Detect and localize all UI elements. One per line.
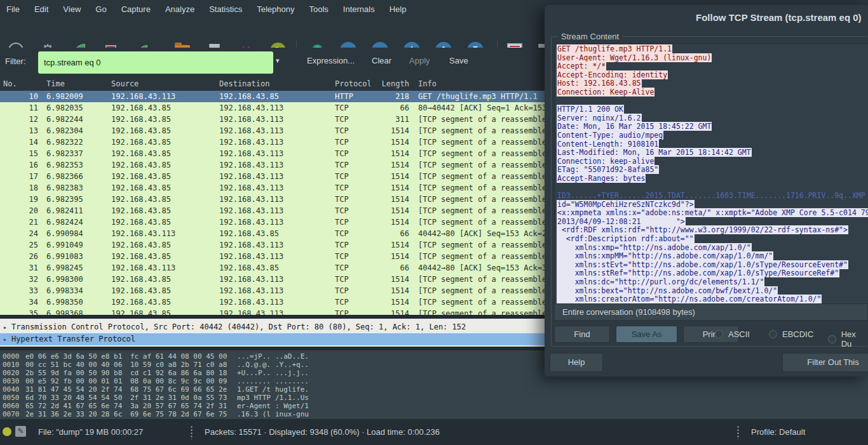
stream-line <box>557 97 868 106</box>
status-file: File: "dump" 19 MB 00:00:27 <box>38 427 143 437</box>
stream-line: xmlns:xmpMM="http://ns.adobe.com/xap/1.0… <box>557 252 868 261</box>
menu-item[interactable]: File <box>6 4 20 14</box>
stream-line: GET /thuglife.mp3 HTTP/1.1 <box>557 45 868 54</box>
stream-line: Date: Mon, 16 Mar 2015 18:45:22 GMT <box>557 123 868 131</box>
stream-line: Accept-Encoding: identity <box>557 71 868 80</box>
stream-line: Content-Type: audio/mpeg <box>557 131 868 140</box>
conversation-select[interactable]: Entire conversation (9108498 bytes) <box>554 303 868 321</box>
stream-line: id="W5M0MpCehiHzreSzNTczkc9d"?> <box>557 201 868 209</box>
stream-line: xmlns:bext="http://ns.adobe.com/bwf/bext… <box>557 287 868 296</box>
column-destination[interactable]: Destination <box>219 77 334 91</box>
status-separator <box>737 425 739 439</box>
stream-line: Last-Modified: Mon, 16 Mar 2015 18:14:42… <box>557 149 868 157</box>
stream-line: Connection: keep-alive <box>557 157 868 166</box>
stream-line: <x:xmpmeta xmlns:x="adobe:ns:meta/" x:xm… <box>557 209 868 218</box>
stream-line: Host: 192.168.43.85 <box>557 79 868 88</box>
status-packets: Packets: 15571 · Displayed: 9348 (60.0%)… <box>205 427 440 437</box>
column-time[interactable]: Time <box>46 77 110 91</box>
column-length[interactable]: Length <box>367 77 409 91</box>
stream-line: HTTP/1.1 200 OK <box>557 105 868 114</box>
menu-item[interactable]: Internals <box>343 4 375 14</box>
expression-button[interactable]: Expression... <box>307 56 355 65</box>
stream-line: xmlns:dc="http://purl.org/dc/elements/1.… <box>557 278 868 287</box>
stream-line: ETag: "55071d92-8afa85" <box>557 166 868 175</box>
filter-out-stream-button[interactable]: Filter Out This <box>782 353 868 372</box>
stream-line: Accept: */* <box>557 62 868 71</box>
hex-row[interactable]: 0070 2e 31 36 2e 33 20 28 6c 69 6e 75 78… <box>0 410 868 418</box>
hex-row[interactable]: 0060 65 72 2d 41 67 65 6e 74 3a 20 57 67… <box>0 402 868 410</box>
menu-item[interactable]: Telephony <box>257 4 294 14</box>
filter-input[interactable]: tcp.stream eq 0 <box>38 51 273 74</box>
stream-line: Accept-Ranges: bytes <box>557 175 868 183</box>
expert-info-icon[interactable] <box>3 427 11 436</box>
hex-row[interactable]: 0040 31 81 47 45 54 20 2f 74 68 75 67 6c… <box>0 385 868 394</box>
menu-item[interactable]: Tools <box>309 4 328 14</box>
status-profile[interactable]: Profile: Default <box>751 427 805 437</box>
menu-item[interactable]: Statistics <box>209 4 242 14</box>
hex-row[interactable]: 0050 6d 70 33 20 48 54 54 50 2f 31 2e 31… <box>0 394 868 402</box>
radio-ebcdic[interactable]: EBCDIC <box>769 329 813 339</box>
stream-line: xmlns:stRef="http://ns.adobe.com/xap/1.0… <box>557 269 868 278</box>
stream-line: xmlns:xmp="http://ns.adobe.com/xap/1.0/" <box>557 244 868 253</box>
filter-dropdown-caret-icon[interactable]: ▾ <box>276 56 280 65</box>
status-bar: ✎ File: "dump" 19 MB 00:00:27 Packets: 1… <box>0 419 868 445</box>
help-button[interactable]: Help <box>550 353 603 372</box>
hex-row[interactable]: 0030 00 e5 92 fb 00 00 01 01 08 0a 00 8c… <box>0 377 868 385</box>
stream-line: ID3......+TYER......2015.TDAT.......1603… <box>557 192 868 201</box>
dialog-title: Follow TCP Stream (tcp.stream eq 0) <box>696 12 862 23</box>
stream-line: <rdf:Description rdf:about="" <box>557 235 868 244</box>
radio-circle-icon[interactable] <box>715 330 723 338</box>
menu-item[interactable]: Capture <box>121 4 151 14</box>
column-source[interactable]: Source <box>111 77 218 91</box>
menu-item[interactable]: Analyze <box>165 4 194 14</box>
capture-comment-icon[interactable]: ✎ <box>15 426 26 437</box>
find-button[interactable]: Find <box>554 326 610 343</box>
stream-line: xmlns:stEvt="http://ns.adobe.com/xap/1.0… <box>557 261 868 270</box>
filter-label: Filter: <box>5 56 26 66</box>
radio-hexdump[interactable]: Hex Du <box>828 329 868 349</box>
stream-line: Connection: Keep-Alive <box>557 88 868 97</box>
radio-ascii[interactable]: ASCII <box>715 329 750 339</box>
stream-line: 2013/04/09-12:08:21 "> <box>557 218 868 227</box>
stream-line <box>557 183 868 192</box>
menu-item[interactable]: Edit <box>34 4 48 14</box>
menu-item[interactable]: Go <box>95 4 106 14</box>
stream-line: Content-Length: 9108101 <box>557 140 868 149</box>
stream-line: Server: nginx/1.6.2 <box>557 114 868 123</box>
menu-item[interactable]: View <box>63 4 81 14</box>
radio-circle-icon[interactable] <box>828 335 836 343</box>
save-as-button[interactable]: Save As <box>616 326 677 343</box>
stream-line: xmlns:creatorAtom="http://ns.adobe.com/c… <box>557 295 868 304</box>
stream-content[interactable]: GET /thuglife.mp3 HTTP/1.1User-Agent: Wg… <box>554 43 868 305</box>
radio-circle-icon[interactable] <box>769 330 777 338</box>
column-no[interactable]: No. <box>0 77 38 91</box>
clear-button[interactable]: Clear <box>372 56 391 65</box>
apply-button[interactable]: Apply <box>409 56 430 65</box>
status-separator <box>191 425 193 439</box>
stream-line: User-Agent: Wget/1.16.3 (linux-gnu) <box>557 54 868 63</box>
stream-line: <rdf:RDF xmlns:rdf="http://www.w3.org/19… <box>557 226 868 235</box>
save-filter-button[interactable]: Save <box>449 56 468 65</box>
follow-tcp-stream-dialog: Follow TCP Stream (tcp.stream eq 0) Stre… <box>545 5 868 376</box>
stream-content-label: Stream Content <box>558 32 622 41</box>
menu-item[interactable]: Help <box>390 4 407 14</box>
column-protocol[interactable]: Protocol <box>335 77 370 91</box>
